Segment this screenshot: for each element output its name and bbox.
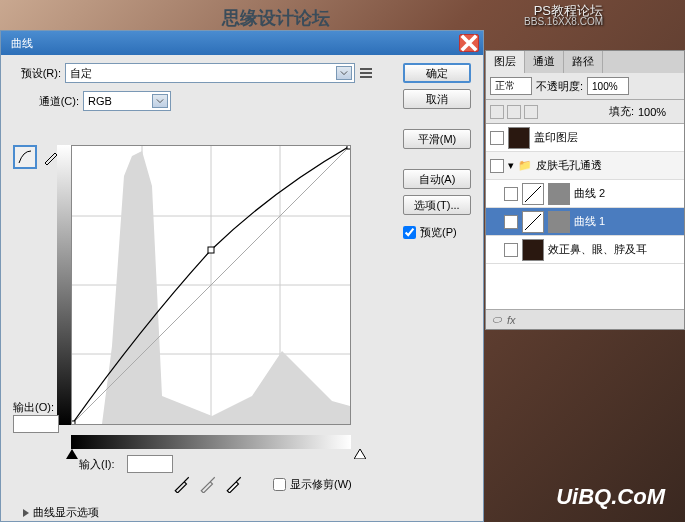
disclosure-label: 曲线显示选项: [33, 505, 99, 520]
channel-label: 通道(C):: [31, 94, 79, 109]
curve-icon: [17, 149, 33, 165]
white-point-slider[interactable]: [354, 449, 366, 459]
curve-display-options-disclosure[interactable]: 曲线显示选项: [23, 505, 99, 520]
visibility-icon[interactable]: [490, 159, 504, 173]
layer-row[interactable]: 曲线 2: [486, 180, 684, 208]
panel-footer: ⬭ fx: [486, 309, 684, 329]
cancel-button[interactable]: 取消: [403, 89, 471, 109]
group-disclosure-icon[interactable]: ▾: [508, 159, 514, 172]
layer-name: 效正鼻、眼、脖及耳: [548, 242, 680, 257]
tab-channels[interactable]: 通道: [525, 51, 564, 73]
curves-dialog: 曲线 预设(R): 自定 通道(C): RGB 确定 取消 平滑(M): [0, 30, 484, 522]
input-input[interactable]: [127, 455, 173, 473]
show-clipping-checkbox[interactable]: [273, 478, 286, 491]
adjustment-thumb: [522, 211, 544, 233]
layer-name: 盖印图层: [534, 130, 680, 145]
visibility-icon[interactable]: [504, 215, 518, 229]
output-input[interactable]: [13, 415, 59, 433]
tab-layers[interactable]: 图层: [486, 51, 525, 73]
svg-rect-8: [208, 247, 214, 253]
layer-thumb: [522, 239, 544, 261]
white-eyedropper-icon[interactable]: [225, 475, 243, 493]
lock-icons: [490, 105, 538, 119]
opacity-input[interactable]: 100%: [587, 77, 629, 95]
lock-pixels-icon[interactable]: [507, 105, 521, 119]
black-eyedropper-icon[interactable]: [173, 475, 191, 493]
dialog-buttons: 确定 取消 平滑(M) 自动(A) 选项(T)... 预览(P): [403, 63, 473, 240]
auto-button[interactable]: 自动(A): [403, 169, 471, 189]
preview-checkbox[interactable]: [403, 226, 416, 239]
preview-row: 预览(P): [403, 225, 473, 240]
eyedropper-tools: [173, 475, 243, 493]
fill-input[interactable]: 100%: [638, 106, 680, 118]
preset-menu-icon[interactable]: [359, 66, 373, 80]
layer-group-row[interactable]: ▾ 📁 皮肤毛孔通透: [486, 152, 684, 180]
curve-canvas[interactable]: [71, 145, 351, 425]
group-name: 皮肤毛孔通透: [536, 158, 680, 173]
show-clipping-label: 显示修剪(W): [290, 477, 352, 492]
dialog-title: 曲线: [5, 36, 459, 51]
preset-value: 自定: [70, 66, 92, 81]
channel-select[interactable]: RGB: [83, 91, 171, 111]
svg-rect-9: [347, 146, 350, 149]
lock-fill-row: 填充: 100%: [486, 100, 684, 124]
layer-thumb: [508, 127, 530, 149]
preset-select[interactable]: 自定: [65, 63, 355, 83]
adjustment-thumb: [522, 183, 544, 205]
lock-position-icon[interactable]: [524, 105, 538, 119]
dropdown-arrow-icon: [152, 94, 168, 108]
output-gradient: [57, 145, 71, 425]
gray-eyedropper-icon[interactable]: [199, 475, 217, 493]
preview-label: 预览(P): [420, 225, 457, 240]
preset-label: 预设(R):: [11, 66, 61, 81]
black-point-slider[interactable]: [66, 449, 78, 459]
fill-label: 填充:: [609, 104, 634, 119]
watermark-bottom: UiBQ.CoM: [556, 484, 665, 510]
channel-value: RGB: [88, 95, 112, 107]
visibility-icon[interactable]: [504, 187, 518, 201]
mask-thumb: [548, 211, 570, 233]
output-label: 输出(O):: [13, 400, 54, 415]
layer-name: 曲线 1: [574, 214, 680, 229]
dialog-body: 预设(R): 自定 通道(C): RGB 确定 取消 平滑(M) 自动(A) 选…: [1, 55, 483, 521]
watermark-site: 思缘设计论坛: [222, 6, 330, 30]
title-bar[interactable]: 曲线: [1, 31, 483, 55]
link-layers-icon[interactable]: ⬭: [492, 313, 501, 326]
input-gradient: [71, 435, 351, 449]
blend-mode-select[interactable]: 正常: [490, 77, 532, 95]
panel-tabs: 图层 通道 路径: [486, 51, 684, 73]
visibility-icon[interactable]: [490, 131, 504, 145]
folder-icon: 📁: [518, 159, 532, 172]
layer-list: 盖印图层 ▾ 📁 皮肤毛孔通透 曲线 2 曲线 1 效正鼻、眼、脖及耳: [486, 124, 684, 309]
mask-thumb: [548, 183, 570, 205]
ok-button[interactable]: 确定: [403, 63, 471, 83]
layer-row-selected[interactable]: 曲线 1: [486, 208, 684, 236]
close-icon: [460, 34, 478, 52]
layer-name: 曲线 2: [574, 186, 680, 201]
opacity-label: 不透明度:: [536, 79, 583, 94]
tab-paths[interactable]: 路径: [564, 51, 603, 73]
layers-panel: 图层 通道 路径 正常 不透明度: 100% 填充: 100% 盖印图层 ▾ 📁…: [485, 50, 685, 330]
fx-icon[interactable]: fx: [507, 314, 516, 326]
curve-svg: [72, 146, 350, 424]
close-button[interactable]: [459, 34, 479, 52]
blend-opacity-row: 正常 不透明度: 100%: [486, 73, 684, 100]
disclosure-triangle-icon: [23, 509, 29, 517]
lock-transparency-icon[interactable]: [490, 105, 504, 119]
layer-row[interactable]: 效正鼻、眼、脖及耳: [486, 236, 684, 264]
point-curve-tool[interactable]: [13, 145, 37, 169]
visibility-icon[interactable]: [504, 243, 518, 257]
curve-area: [71, 145, 361, 435]
curve-tools: [13, 145, 63, 169]
show-clipping-row: 显示修剪(W): [273, 477, 352, 492]
layer-row[interactable]: 盖印图层: [486, 124, 684, 152]
smooth-button[interactable]: 平滑(M): [403, 129, 471, 149]
input-label: 输入(I):: [79, 457, 114, 472]
options-button[interactable]: 选项(T)...: [403, 195, 471, 215]
svg-rect-7: [72, 421, 75, 424]
dropdown-arrow-icon: [336, 66, 352, 80]
watermark-url: BBS.16XX8.COM: [524, 16, 603, 27]
